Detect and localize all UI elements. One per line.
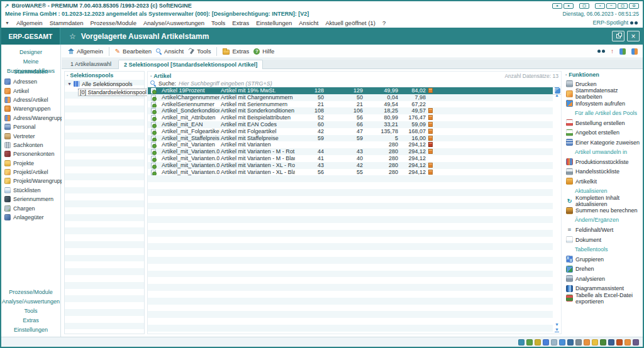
toolbar-tools[interactable]: Tools bbox=[188, 48, 211, 55]
table-row[interactable]: Artikel_mit_Varianten.005Artikel mit Var… bbox=[148, 162, 553, 169]
sidebar-item-chargen[interactable]: Chargen bbox=[1, 204, 60, 212]
table-row[interactable]: ArtikelSeriennummerArtikel mit Seriennum… bbox=[148, 101, 553, 108]
sidebar-item-stücklisten[interactable]: Stücklisten bbox=[1, 186, 60, 195]
menu-stammdaten[interactable]: Stammdaten bbox=[50, 19, 84, 26]
table-row[interactable]: Artikel_mit_StaffelpreiseArtikel mit Sta… bbox=[148, 135, 553, 142]
add-record-icon[interactable] bbox=[526, 339, 533, 345]
menu-ansicht[interactable]: Ansicht bbox=[299, 19, 318, 26]
scroll-to-bottom-icon[interactable]: ▼ bbox=[555, 327, 559, 332]
close-module-button[interactable]: × bbox=[627, 31, 640, 41]
toolbar-extras[interactable]: Extras bbox=[223, 48, 249, 55]
search-input[interactable]: Hier Suchbegriff eingeben (STRG+S) bbox=[179, 80, 272, 87]
window-button-monitor[interactable]: ▢ bbox=[579, 3, 589, 9]
window-button-power[interactable]: ⊙ bbox=[629, 3, 639, 9]
sidebar-item-seriennummern[interactable]: Seriennummern bbox=[1, 195, 60, 204]
scroll-to-top-icon[interactable]: ▲ bbox=[555, 87, 559, 92]
sidebar-item-warengruppen[interactable]: Warengruppen bbox=[1, 104, 60, 113]
menu-aktuell-geöffnet-1[interactable]: Aktuell geöffnet (1) bbox=[325, 19, 375, 26]
sidebar-item-vertreter[interactable]: Vertreter bbox=[1, 131, 60, 140]
book-icon[interactable] bbox=[608, 339, 614, 345]
sidebar-item-personal[interactable]: Personal bbox=[1, 122, 60, 131]
function-angebot-erstellen[interactable]: Angebot erstellen bbox=[564, 128, 641, 138]
binoculars-icon[interactable] bbox=[597, 49, 605, 53]
sidebar-item-adress-artikel[interactable]: Adress/Artikel bbox=[1, 95, 60, 104]
sidebar-item-projekte[interactable]: Projekte bbox=[1, 159, 60, 168]
sidebar-item-adress-warengruppen[interactable]: Adress/Warengruppen bbox=[1, 114, 60, 122]
sidebar-link-analyse-auswertungen[interactable]: Analyse/Auswertungen bbox=[1, 297, 60, 307]
sidebar-link-prozesse-module[interactable]: Prozesse/Module bbox=[1, 288, 60, 297]
menu-einstellungen[interactable]: Einstellungen bbox=[256, 19, 292, 26]
tab-2-selektionspool-standardselektionspool-artikel[interactable]: 2 Selektionspool [Standardselektionspool… bbox=[118, 60, 263, 69]
table-row[interactable]: Artikel_SonderkonditionenArtikel mit Son… bbox=[148, 107, 553, 114]
window-button-minimize[interactable]: − bbox=[606, 3, 616, 9]
toolbar-hilfe[interactable]: ?Hilfe bbox=[253, 48, 274, 55]
table-row[interactable]: Artikel_mit_FolgeartikelArtikel mit Folg… bbox=[148, 128, 553, 135]
tab-1-artikelauswahl[interactable]: 1 Artikelauswahl bbox=[65, 59, 117, 68]
toolbar-ansicht[interactable]: Ansicht bbox=[156, 48, 184, 55]
battery-icon[interactable] bbox=[535, 339, 541, 345]
menu-prozesse-module[interactable]: Prozesse/Module bbox=[91, 19, 136, 26]
image-icon[interactable] bbox=[584, 339, 590, 345]
tree-expander-icon[interactable]: ▼ bbox=[67, 82, 72, 86]
menu-analyse-auswertungen[interactable]: Analyse/Auswertungen bbox=[143, 19, 204, 26]
function-handelsstückliste[interactable]: Handelsstückliste bbox=[564, 167, 641, 177]
sidebar-item-adressen[interactable]: Adressen bbox=[1, 77, 60, 86]
database-icon[interactable] bbox=[567, 339, 574, 345]
lightning-icon[interactable] bbox=[616, 339, 623, 345]
sidebar-link-tools[interactable]: Tools bbox=[1, 307, 60, 316]
sidebar-item-artikel[interactable]: Artikel bbox=[1, 86, 60, 95]
window-button-option-b[interactable]: ● bbox=[564, 3, 574, 9]
scroll-up-icon[interactable]: ▲ bbox=[555, 93, 559, 97]
search-bar[interactable]: Suche: Hier Suchbegriff eingeben (STRG+S… bbox=[148, 80, 561, 87]
sidebar-item-projekt-warengruppen[interactable]: Projekt/Warengruppen bbox=[1, 177, 60, 185]
sidebar-item-personenkonten[interactable]: Personenkonten bbox=[1, 150, 60, 158]
menu-[interactable]: ? bbox=[382, 19, 386, 26]
favorite-star-icon[interactable]: ☆ bbox=[69, 32, 76, 41]
sidebar-item-anlagegüter[interactable]: Anlagegüter bbox=[1, 213, 60, 222]
formula-icon[interactable] bbox=[575, 339, 582, 345]
function-gruppieren[interactable]: Gruppieren bbox=[564, 254, 641, 264]
function-bestellung-erstellen[interactable]: Bestellung erstellen bbox=[564, 118, 641, 128]
table-row[interactable]: Artikel_mit_VariantenArtikel mit Variant… bbox=[148, 141, 553, 148]
puzzle-icon[interactable] bbox=[543, 339, 549, 345]
function-infosystem-aufrufen[interactable]: Infosystem aufrufen bbox=[564, 99, 641, 109]
window-icon[interactable] bbox=[551, 339, 557, 345]
window-button-maximize[interactable]: ▢ bbox=[618, 3, 628, 9]
menu-caret-icon[interactable]: ▼ bbox=[5, 21, 9, 25]
function-feldinhalt-wert[interactable]: =Feldinhalt/Wert bbox=[564, 226, 641, 236]
function-tabelle-als-excel-datei-exportieren[interactable]: Tabelle als Excel-Datei exportieren bbox=[564, 293, 641, 303]
checklist-icon[interactable] bbox=[600, 339, 606, 345]
erp-spotlight[interactable]: ERP-Spotlight bbox=[592, 19, 638, 26]
function-kompletten-inhalt-aktualisieren[interactable]: ↻Kompletten Inhalt aktualisieren bbox=[564, 196, 641, 206]
gear-icon[interactable] bbox=[633, 339, 639, 345]
sidebar-item-sachkonten[interactable]: Sachkonten bbox=[1, 141, 60, 150]
function-artikelkit[interactable]: Artikelkit bbox=[564, 177, 641, 187]
menu-extras[interactable]: Extras bbox=[232, 19, 249, 26]
menu-allgemein[interactable]: Allgemein bbox=[16, 19, 43, 26]
mail-icon[interactable] bbox=[559, 339, 565, 345]
function-drehen[interactable]: Drehen bbox=[564, 264, 641, 275]
restore-window-button[interactable] bbox=[612, 31, 625, 41]
tree-item-standardselektionspool[interactable]: [0] Standardselektionspool Artikel bbox=[65, 88, 144, 96]
table-row[interactable]: ArtikelChargennummerArtikel mit Chargenn… bbox=[148, 94, 553, 101]
toolbar-bearbeiten[interactable]: ✎Bearbeiten bbox=[115, 48, 152, 55]
sidebar-link-einstellungen[interactable]: Einstellungen bbox=[1, 325, 60, 335]
function-dokument[interactable]: Dokument bbox=[564, 235, 641, 245]
toolbar-allgemein[interactable]: Allgemein bbox=[68, 48, 103, 55]
table-row[interactable]: Artikel_mit_EANArtikel mit EAN Codes6066… bbox=[148, 121, 553, 128]
sidebar-link-meine-businessworkflows[interactable]: Meine Businessworkflows bbox=[1, 57, 60, 67]
calendar-icon[interactable] bbox=[625, 339, 631, 345]
export-up-icon[interactable]: ↑ bbox=[611, 48, 614, 55]
notes-icon[interactable] bbox=[592, 339, 598, 345]
scroll-down-icon[interactable]: ▼ bbox=[555, 322, 559, 327]
function-summen-neu-berechnen[interactable]: Summen neu berechnen bbox=[564, 206, 641, 216]
exit-orange-icon[interactable] bbox=[631, 48, 638, 55]
layers-icon[interactable] bbox=[518, 339, 525, 345]
table-row[interactable]: Artikel_mit_AttributenArtikel mit Beispi… bbox=[148, 114, 553, 121]
function-analysieren[interactable]: Analysieren bbox=[564, 274, 641, 284]
window-button-lock[interactable]: ▪ bbox=[595, 3, 605, 9]
window-button-option-a[interactable]: ● bbox=[552, 3, 562, 9]
function-stammdatensatz-bearbeiten[interactable]: Stammdatensatz bearbeiten bbox=[564, 89, 641, 99]
table-row[interactable]: Artikel_mit_Varianten.004Artikel mit Var… bbox=[148, 155, 553, 162]
function-einer-kategorie-zuweisen[interactable]: Einer Kategorie zuweisen bbox=[564, 138, 641, 148]
